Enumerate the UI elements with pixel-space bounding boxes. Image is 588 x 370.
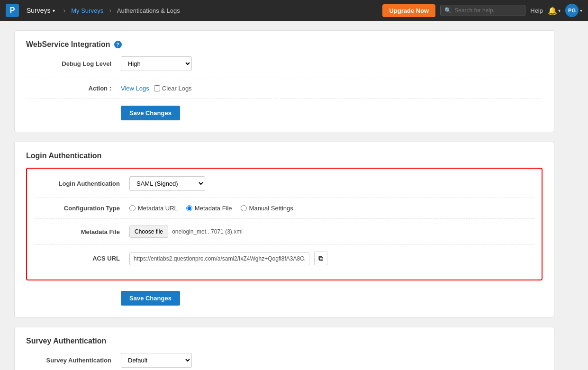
search-box: 🔍: [440, 5, 525, 16]
login-auth-title: Login Authentication: [26, 152, 543, 160]
config-type-radio-group: Metadata URL Metadata File Manual Settin…: [129, 205, 293, 212]
user-avatar-wrap[interactable]: PG ▾: [565, 4, 582, 17]
manual-settings-radio-label[interactable]: Manual Settings: [241, 205, 293, 212]
clear-logs-checkbox[interactable]: [154, 85, 160, 91]
acs-url-row: ACS URL ⧉: [35, 252, 534, 272]
login-auth-control: SAML (Signed) SAML (Unsigned) OpenID Non…: [129, 176, 534, 191]
bell-icon: 🔔: [548, 6, 557, 15]
app-logo[interactable]: P: [6, 4, 19, 17]
manual-settings-radio[interactable]: [241, 205, 247, 211]
debug-log-control: High Medium Low None: [121, 56, 543, 71]
user-avatar: PG: [565, 4, 579, 17]
notifications-bell[interactable]: 🔔 ▾: [548, 6, 561, 15]
survey-auth-title: Survey Authentication: [26, 337, 543, 345]
upgrade-button[interactable]: Upgrade Now: [382, 4, 435, 17]
main-content: WebService Integration ? Debug Log Level…: [0, 21, 569, 370]
chevron-down-icon: ▾: [53, 8, 55, 13]
metadata-file-radio-label[interactable]: Metadata File: [186, 205, 232, 212]
survey-auth-section: Survey Authentication Survey Authenticat…: [14, 327, 554, 370]
search-input[interactable]: [454, 7, 521, 14]
breadcrumb-my-surveys[interactable]: My Surveys: [71, 7, 103, 14]
copy-url-button[interactable]: ⧉: [314, 252, 327, 265]
acs-url-label: ACS URL: [35, 255, 129, 262]
metadata-url-radio[interactable]: [129, 205, 136, 211]
acs-url-control: ⧉: [129, 252, 534, 265]
choose-file-button[interactable]: Choose file: [129, 226, 168, 238]
breadcrumb-separator: ›: [63, 7, 66, 14]
metadata-file-radio[interactable]: [186, 205, 192, 211]
login-auth-bordered: Login Authentication SAML (Signed) SAML …: [26, 168, 543, 280]
survey-auth-row: Survey Authentication Default Password I…: [26, 353, 543, 370]
config-type-row: Configuration Type Metadata URL Metadata…: [35, 205, 534, 219]
debug-log-select[interactable]: High Medium Low None: [121, 56, 192, 71]
app-header: P Surveys ▾ › My Surveys › Authenticatio…: [0, 0, 588, 21]
surveys-dropdown-btn[interactable]: Surveys ▾: [24, 5, 58, 16]
search-icon: 🔍: [444, 7, 452, 14]
login-auth-section: Login Authentication Login Authenticatio…: [14, 142, 554, 317]
webservice-help-icon[interactable]: ?: [114, 41, 122, 48]
login-auth-save-button[interactable]: Save Changes: [121, 291, 180, 306]
login-auth-row: Login Authentication SAML (Signed) SAML …: [35, 176, 534, 198]
debug-log-row: Debug Log Level High Medium Low None: [26, 56, 543, 78]
webservice-section: WebService Integration ? Debug Log Level…: [14, 30, 554, 132]
clear-logs-label[interactable]: Clear Logs: [154, 85, 192, 92]
file-input-row: Choose file onelogin_met...7071 (3).xml: [129, 226, 243, 238]
breadcrumb-current: Authentications & Logs: [117, 7, 180, 14]
action-label: Action :: [26, 85, 121, 92]
metadata-file-row: Metadata File Choose file onelogin_met..…: [35, 226, 534, 245]
metadata-file-control: Choose file onelogin_met...7071 (3).xml: [129, 226, 534, 238]
webservice-save-button[interactable]: Save Changes: [121, 106, 180, 120]
metadata-file-label: Metadata File: [35, 228, 129, 235]
metadata-url-radio-label[interactable]: Metadata URL: [129, 205, 178, 212]
config-type-label: Configuration Type: [35, 205, 129, 212]
breadcrumb-separator-2: ›: [109, 7, 111, 14]
view-logs-link[interactable]: View Logs: [121, 85, 149, 92]
config-type-control: Metadata URL Metadata File Manual Settin…: [129, 205, 534, 212]
acs-url-input[interactable]: [129, 252, 309, 265]
login-auth-select[interactable]: SAML (Signed) SAML (Unsigned) OpenID Non…: [129, 176, 205, 191]
help-link[interactable]: Help: [530, 7, 543, 14]
survey-auth-control: Default Password IP Address Custom: [121, 353, 543, 368]
bell-chevron-icon: ▾: [558, 8, 561, 13]
file-name-display: onelogin_met...7071 (3).xml: [172, 228, 243, 235]
debug-log-label: Debug Log Level: [26, 60, 121, 67]
webservice-title: WebService Integration ?: [26, 40, 543, 49]
avatar-chevron-icon: ▾: [580, 8, 582, 13]
action-row: Action : View Logs Clear Logs: [26, 85, 543, 99]
copy-icon: ⧉: [318, 254, 323, 262]
survey-auth-label: Survey Authentication: [26, 357, 121, 364]
login-auth-label: Login Authentication: [35, 180, 129, 187]
survey-auth-select[interactable]: Default Password IP Address Custom: [121, 353, 192, 368]
